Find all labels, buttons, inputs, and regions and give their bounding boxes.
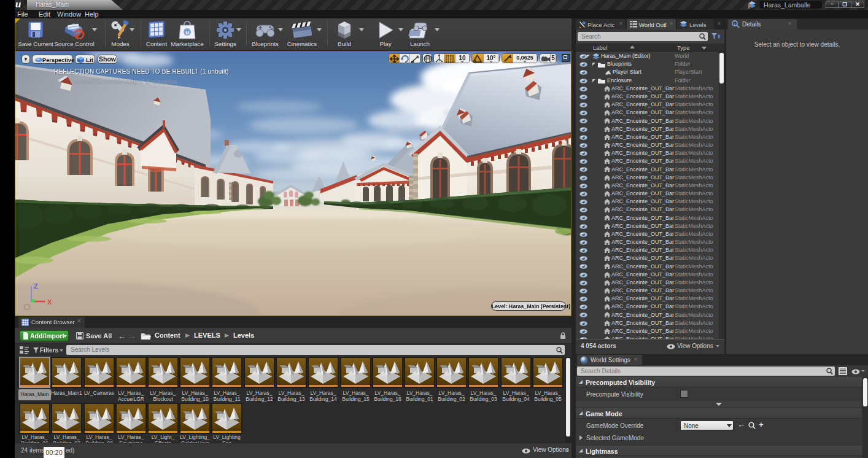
svg-text:Z: Z	[34, 282, 38, 290]
svg-text:X: X	[47, 298, 52, 306]
svg-text:u: u	[185, 29, 189, 36]
svg-text:i: i	[734, 22, 735, 26]
